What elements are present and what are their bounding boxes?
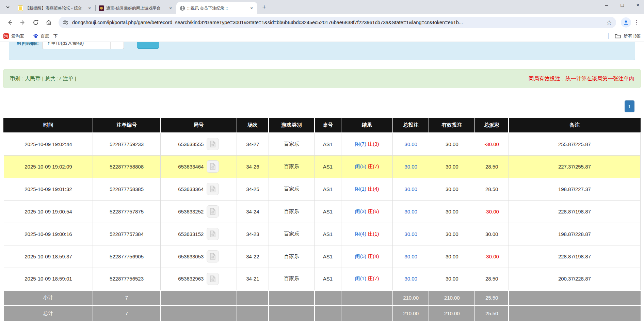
close-tab-icon[interactable]: × <box>248 5 255 11</box>
back-button[interactable] <box>4 17 15 28</box>
cell-round-no: 653633555 <box>160 133 237 155</box>
all-bookmarks[interactable]: 所有书签 <box>608 33 641 39</box>
baidu-paw-icon <box>33 33 38 39</box>
close-tab-icon[interactable]: × <box>167 5 174 11</box>
col-table-no: 桌号 <box>315 118 341 133</box>
video-file-icon <box>209 275 216 283</box>
round-number: 653633364 <box>178 186 204 192</box>
cell-result: 闲(4) 庄(1) <box>341 223 393 245</box>
cell-payout: 28.50 <box>475 178 509 200</box>
video-replay-button[interactable] <box>207 205 219 218</box>
cell-total-bet[interactable]: 30.00 <box>393 200 429 223</box>
window-controls: – □ × <box>603 2 641 8</box>
video-replay-button[interactable] <box>207 183 219 195</box>
home-button[interactable] <box>43 17 54 28</box>
tab-favicon-badge-icon <box>99 5 104 11</box>
cell-total-bet[interactable]: 30.00 <box>393 178 429 200</box>
cell-total-bet[interactable]: 30.00 <box>393 245 429 268</box>
cell-session: 34-26 <box>237 155 269 178</box>
cell-bet-no: 522877759233 <box>93 133 160 155</box>
video-replay-button[interactable] <box>207 160 219 173</box>
forward-button[interactable] <box>17 17 28 28</box>
cell-table-no: AS1 <box>315 200 341 223</box>
close-tab-icon[interactable]: × <box>86 5 93 11</box>
cell-result: 闲(5) 庄(7) <box>341 155 393 178</box>
video-replay-button[interactable] <box>207 273 219 285</box>
profile-avatar[interactable] <box>621 17 631 28</box>
cell-result: 闲(7) 庄(3) <box>341 133 393 155</box>
video-file-icon <box>209 230 216 238</box>
summary-valid-bet: 210.00 <box>429 305 475 321</box>
tab-haiyan-forum[interactable]: 【新提醒】海燕策略论坛 - 综合 × <box>14 2 95 14</box>
summary-total-bet: 210.00 <box>393 305 429 321</box>
bookmark-star-icon[interactable]: ☆ <box>606 19 612 27</box>
cell-total-bet[interactable]: 30.00 <box>393 155 429 178</box>
tab-title: :::视讯 会员下注纪录::: <box>187 5 246 11</box>
video-file-icon <box>209 185 216 193</box>
address-bar[interactable]: dongshouji.com/ipl/portal.php/game/betre… <box>59 17 616 28</box>
cell-game-type: 百家乐 <box>269 155 315 178</box>
col-total-bet: 总投注 <box>393 118 429 133</box>
video-file-icon <box>209 208 216 215</box>
cell-payout: -30.00 <box>475 133 509 155</box>
cell-session: 34-23 <box>237 223 269 245</box>
cell-session: 34-22 <box>237 245 269 268</box>
new-tab-button[interactable]: + <box>259 2 269 12</box>
round-number: 653633464 <box>178 164 204 170</box>
cell-table-no: AS1 <box>315 245 341 268</box>
cell-note: 198.87/227.37 <box>509 178 640 200</box>
cell-time: 2025-10-09 19:00:54 <box>4 200 93 223</box>
result-player: 闲(3) <box>355 208 366 214</box>
reload-button[interactable] <box>30 17 41 28</box>
video-file-icon <box>209 163 216 170</box>
summary-payout: 25.50 <box>475 305 509 321</box>
bookmark-baidu[interactable]: 百度一下 <box>33 33 58 39</box>
bookmarks-divider <box>608 33 609 39</box>
browser-toolbar: dongshouji.com/ipl/portal.php/game/betre… <box>0 14 644 31</box>
cell-total-bet[interactable]: 30.00 <box>393 223 429 245</box>
bookmark-aitaobao[interactable]: 淘 爱淘宝 <box>3 33 24 39</box>
cell-note: 227.37/255.87 <box>509 155 640 178</box>
cell-time: 2025-10-09 19:02:09 <box>4 155 93 178</box>
video-replay-button[interactable] <box>207 138 219 150</box>
browser-menu-button[interactable]: ⋮ <box>632 19 641 26</box>
tab-bet-records-active[interactable]: :::视讯 会员下注纪录::: × <box>176 2 257 14</box>
bookmark-label: 百度一下 <box>41 33 58 39</box>
close-window-button[interactable]: × <box>634 2 641 8</box>
cell-bet-no: 522877758808 <box>93 155 160 178</box>
video-replay-button[interactable] <box>207 228 219 240</box>
cell-table-no: AS1 <box>315 178 341 200</box>
maximize-button[interactable]: □ <box>619 2 626 8</box>
cell-total-bet[interactable]: 30.00 <box>393 268 429 290</box>
tab-tongbao[interactable]: 通宝-信誉最好的网上游戏平台 × <box>95 2 176 14</box>
cell-game-type: 百家乐 <box>269 200 315 223</box>
table-header-row: 时间 注单编号 局号 场次 游戏类别 桌号 结果 总投注 有效投注 总派彩 备注 <box>4 118 641 133</box>
cell-table-no: AS1 <box>315 155 341 178</box>
url-text[interactable]: dongshouji.com/ipl/portal.php/game/betre… <box>72 20 603 25</box>
cell-bet-no: 522877756523 <box>93 268 160 290</box>
summary-count: 7 <box>93 305 160 321</box>
forward-arrow-icon <box>19 19 26 26</box>
bet-records-table: 时间 注单编号 局号 场次 游戏类别 桌号 结果 总投注 有效投注 总派彩 备注… <box>3 118 641 321</box>
currency-filter-select[interactable]: 下单币(出入金额) <box>42 42 124 49</box>
col-result: 结果 <box>341 118 393 133</box>
site-settings-tune-icon[interactable] <box>63 19 69 26</box>
cell-round-no: 653633152 <box>160 223 237 245</box>
tab-title: 通宝-信誉最好的网上游戏平台 <box>106 5 165 11</box>
result-banker: 庄(7) <box>368 163 379 169</box>
cell-payout: 30.00 <box>475 223 509 245</box>
result-banker: 庄(4) <box>368 253 379 259</box>
cell-table-no: AS1 <box>315 133 341 155</box>
table-row: 2025-10-09 19:02:09 522877758808 6536334… <box>4 155 641 178</box>
video-replay-button[interactable] <box>207 250 219 262</box>
page-1-button[interactable]: 1 <box>625 100 634 112</box>
minimize-button[interactable]: – <box>603 2 610 8</box>
col-round-no: 局号 <box>160 118 237 133</box>
round-number: 653632963 <box>178 276 204 282</box>
col-valid-bet: 有效投注 <box>429 118 475 133</box>
bookmark-label: 爱淘宝 <box>11 33 24 39</box>
tab-search-button[interactable] <box>3 2 13 12</box>
search-button[interactable] <box>137 42 159 49</box>
cell-total-bet[interactable]: 30.00 <box>393 133 429 155</box>
cell-round-no: 653633464 <box>160 155 237 178</box>
